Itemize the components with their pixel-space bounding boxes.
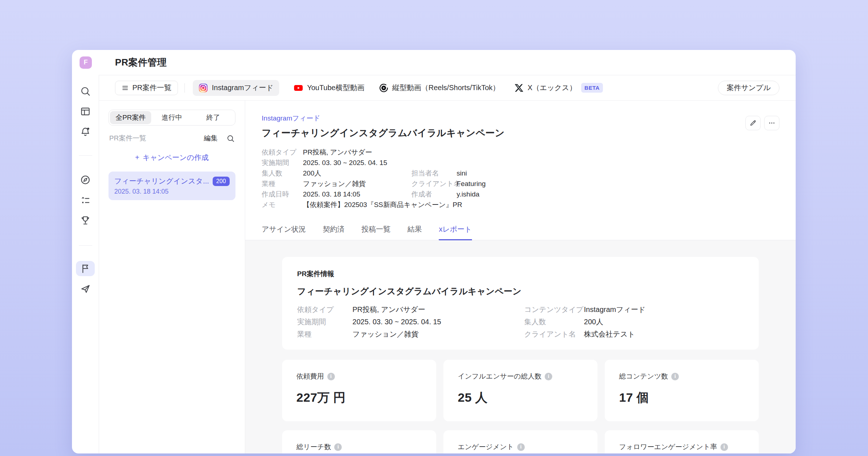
platform-tabs: Instagramフィード YouTube横型動画 縦型動画（Reels/Sho…: [193, 80, 603, 96]
dashboard-icon[interactable]: [76, 102, 95, 121]
field-value: PR投稿, アンバサダー: [353, 303, 524, 316]
tab-assign-status[interactable]: アサイン状況: [262, 224, 306, 240]
campaign-item-title: フィーチャリングインスタ...: [114, 176, 209, 186]
metric-value: 25 人: [458, 389, 583, 406]
metric-label: エンゲージメント: [458, 442, 514, 452]
tab-label: 縦型動画（Reels/Shorts/TikTok）: [392, 83, 500, 93]
field-label: 作成者: [412, 189, 457, 199]
field-label: メモ: [262, 199, 303, 210]
pencil-icon: [749, 119, 757, 127]
app-window: F PR案件管理: [72, 50, 796, 453]
field-label: クライアント名: [524, 328, 584, 340]
youtube-icon: [294, 83, 303, 93]
info-icon[interactable]: i: [545, 373, 552, 380]
field-label: 依頼タイプ: [297, 303, 353, 316]
campaign-detail: Instagramフィード フィーチャリングインスタグラムバイラルキャンペーン …: [245, 101, 796, 453]
tab-x-report[interactable]: xレポート: [439, 224, 472, 240]
field-label: 業種: [297, 328, 353, 340]
sample-case-button[interactable]: 案件サンプル: [718, 81, 779, 95]
filter-all[interactable]: 全PR案件: [110, 111, 151, 124]
rail-divider: [79, 155, 92, 156]
info-icon[interactable]: i: [327, 373, 335, 380]
field-value: sini: [457, 168, 779, 178]
metric-label: 総リーチ数: [297, 442, 331, 452]
filter-in-progress[interactable]: 進行中: [151, 111, 192, 124]
flag-icon[interactable]: [76, 261, 95, 276]
plus-icon: +: [135, 153, 140, 162]
field-label: クライアント名: [412, 178, 457, 189]
create-campaign-button[interactable]: + キャンペーンの作成: [109, 153, 235, 162]
field-value: y.ishida: [457, 189, 779, 199]
field-value: Instagramフィード: [584, 303, 744, 316]
metric-label: インフルエンサーの総人数: [458, 372, 542, 381]
campaign-count-badge: 200: [213, 177, 230, 186]
field-value: 【依頼案件】202503『SS新商品キャンペーン』PR: [303, 199, 779, 210]
campaign-fields: 依頼タイプ PR投稿, アンバサダー 実施期間 2025. 03. 30 ~ 2…: [262, 147, 779, 210]
tab-x[interactable]: X（エックス） BETA: [514, 83, 603, 93]
field-label: 集人数: [262, 168, 303, 178]
create-campaign-label: キャンペーンの作成: [142, 153, 209, 162]
page-title: PR案件管理: [115, 56, 167, 69]
info-icon[interactable]: i: [517, 443, 525, 451]
field-value: PR投稿, アンバサダー: [303, 147, 779, 157]
send-icon[interactable]: [76, 279, 95, 298]
field-value: Featuring: [457, 178, 779, 189]
field-label: 作成日時: [262, 189, 303, 199]
metric-value: 227万 円: [297, 389, 422, 406]
tab-vertical-video[interactable]: 縦型動画（Reels/Shorts/TikTok）: [379, 83, 500, 93]
edit-campaign-button[interactable]: [745, 116, 761, 130]
panel-search-icon[interactable]: [226, 134, 235, 143]
field-value: 200人: [303, 168, 412, 178]
icon-rail: [72, 75, 99, 453]
pr-info-card: PR案件情報 フィーチャリングインスタグラムバイラルキャンペーン 依頼タイプ P…: [282, 257, 759, 350]
metric-label: 依頼費用: [297, 372, 324, 381]
campaign-list-panel: 全PR案件 進行中 終了 PR案件一覧 編集: [99, 101, 245, 453]
status-filter: 全PR案件 進行中 終了: [109, 110, 235, 126]
metric-card-contents: 総コンテンツ数i 17 個: [605, 360, 759, 421]
edit-link[interactable]: 編集: [204, 134, 218, 143]
field-value: 2025. 03. 30 ~ 2025. 04. 15: [303, 157, 779, 168]
metric-label: フォロワーエンゲージメント率: [619, 442, 717, 452]
tab-youtube[interactable]: YouTube横型動画: [294, 83, 365, 93]
tab-post-list[interactable]: 投稿一覧: [361, 224, 390, 240]
toolbar-divider: [184, 83, 185, 93]
field-label: 担当者名: [412, 168, 457, 178]
detail-tabs: アサイン状況 契約済 投稿一覧 結果 xレポート: [245, 224, 796, 240]
report-section: PR案件情報 フィーチャリングインスタグラムバイラルキャンペーン 依頼タイプ P…: [245, 240, 796, 453]
field-value: ファッション／雑貨: [353, 328, 524, 340]
metric-card-follower-engagement-rate: フォロワーエンゲージメント率i 1.80 %: [605, 430, 759, 453]
field-label: 実施期間: [297, 316, 353, 328]
field-value: 200人: [584, 316, 744, 328]
trophy-icon[interactable]: [76, 211, 95, 230]
compass-icon[interactable]: [76, 170, 95, 189]
instagram-icon: [199, 83, 208, 93]
tab-results[interactable]: 結果: [407, 224, 422, 240]
tasks-icon[interactable]: [76, 191, 95, 210]
hamburger-icon: [122, 84, 129, 92]
more-actions-button[interactable]: [764, 116, 779, 130]
info-icon[interactable]: i: [720, 443, 728, 451]
tab-instagram-feed[interactable]: Instagramフィード: [193, 80, 279, 96]
filter-finished[interactable]: 終了: [192, 111, 234, 124]
pr-list-button[interactable]: PR案件一覧: [115, 81, 178, 95]
pr-list-button-label: PR案件一覧: [132, 83, 171, 93]
campaign-title: フィーチャリングインスタグラムバイラルキャンペーン: [262, 127, 779, 139]
info-icon[interactable]: i: [671, 373, 679, 380]
field-label: 実施期間: [262, 157, 303, 168]
field-value: 2025. 03. 30 ~ 2025. 04. 15: [353, 316, 524, 328]
field-label: 依頼タイプ: [262, 147, 303, 157]
info-icon[interactable]: i: [334, 443, 342, 451]
tab-label: X（エックス）: [528, 83, 576, 93]
workspace-avatar[interactable]: F: [80, 56, 92, 69]
field-value: ファッション／雑貨: [303, 178, 412, 189]
top-bar: F PR案件管理: [72, 50, 796, 75]
search-icon[interactable]: [76, 82, 95, 101]
platform-breadcrumb-link[interactable]: Instagramフィード: [262, 114, 320, 123]
field-label: 集人数: [524, 316, 584, 328]
notifications-icon[interactable]: [76, 122, 95, 141]
campaign-item-date: 2025. 03. 18 14:05: [114, 188, 230, 195]
campaign-list-item[interactable]: フィーチャリングインスタ... 200 2025. 03. 18 14:05: [109, 172, 235, 200]
tab-contracted[interactable]: 契約済: [323, 224, 344, 240]
beta-badge: BETA: [581, 83, 603, 93]
metric-value: 17 個: [619, 389, 744, 406]
